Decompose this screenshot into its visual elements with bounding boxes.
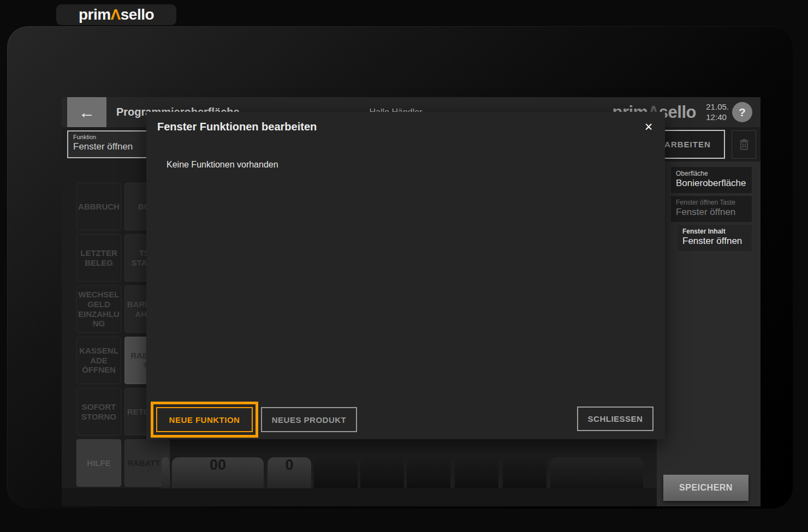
- funktion-value: Fenster öffnen: [73, 141, 144, 152]
- schliessen-button[interactable]: SCHLIESSEN: [577, 407, 653, 431]
- fenster-inhalt-item[interactable]: Fenster Inhalt Fenster öffnen: [678, 225, 752, 251]
- pos-programming-screen: primΛsello ← Programmieroberfläche Hallo…: [0, 0, 808, 532]
- empty-state-message: Keine Funktionen vorhanden: [167, 160, 278, 170]
- neue-funktion-button[interactable]: NEUE FUNKTION: [156, 407, 253, 432]
- date-text: 21.05.: [706, 102, 729, 112]
- fenster-taste-item[interactable]: Fenster öffnen Taste Fenster öffnen: [671, 196, 752, 222]
- keypad-button-wide[interactable]: [550, 457, 643, 488]
- fenster-funktionen-modal: Fenster Funktionen bearbeiten × Keine Fu…: [146, 112, 665, 439]
- fenster-taste-value: Fenster öffnen: [676, 207, 747, 218]
- help-button[interactable]: ?: [732, 102, 752, 122]
- key-kassenlade-oeffnen[interactable]: KASSENLADE ÖFFNEN: [76, 337, 121, 384]
- keypad-button[interactable]: [314, 457, 358, 488]
- datetime: 21.05. 12:40: [706, 97, 729, 127]
- logo-text: prim: [79, 6, 111, 23]
- brand-tab: primΛsello: [56, 4, 176, 25]
- keypad-button[interactable]: [162, 457, 169, 488]
- modal-close-button[interactable]: ×: [640, 118, 657, 135]
- funktion-selector[interactable]: Funktion Fenster öffnen: [67, 130, 150, 158]
- speichern-button[interactable]: SPEICHERN: [663, 475, 748, 501]
- modal-title: Fenster Funktionen bearbeiten: [157, 121, 317, 133]
- oberflaeche-label: Oberfläche: [676, 170, 747, 177]
- keypad-button[interactable]: [455, 457, 498, 488]
- oberflaeche-item[interactable]: Oberfläche Bonieroberfläche: [671, 167, 752, 193]
- keypad-button[interactable]: [360, 457, 404, 488]
- time-text: 12:40: [706, 112, 729, 123]
- key-letzter-beleg[interactable]: LETZTER BELEG: [76, 234, 121, 282]
- keypad-button[interactable]: [503, 457, 546, 488]
- close-icon: ×: [645, 119, 653, 135]
- keypad-button-0[interactable]: 0: [268, 457, 311, 488]
- key-sofort-storno[interactable]: SOFORT STORNO: [76, 388, 121, 435]
- focus-ring: NEUE FUNKTION: [151, 402, 258, 438]
- fenster-inhalt-value: Fenster öffnen: [682, 236, 747, 247]
- key-abbruch[interactable]: ABBRUCH: [76, 183, 121, 230]
- neues-produkt-button[interactable]: NEUES PRODUKT: [261, 407, 357, 432]
- back-button[interactable]: ←: [67, 97, 106, 127]
- properties-panel: Oberfläche Bonieroberfläche Fenster öffn…: [657, 162, 761, 506]
- funktion-label: Funktion: [73, 134, 144, 140]
- trash-icon: [738, 138, 750, 151]
- delete-button[interactable]: [732, 130, 756, 159]
- keypad-button-00[interactable]: 00: [172, 457, 264, 488]
- logo-lambda-icon: Λ: [111, 6, 121, 23]
- fenster-taste-label: Fenster öffnen Taste: [676, 199, 747, 206]
- keypad-button[interactable]: [407, 457, 450, 488]
- key-hilfe[interactable]: HILFE: [76, 439, 121, 487]
- key-wechselgeld-einzahlung[interactable]: WECHSELGELD EINZAHLUNG: [76, 285, 121, 333]
- logo-text: sello: [121, 6, 154, 23]
- question-mark-icon: ?: [739, 106, 746, 119]
- primasello-logo: primΛsello: [79, 7, 154, 22]
- bottom-strip: [62, 488, 761, 506]
- fenster-inhalt-label: Fenster Inhalt: [682, 228, 747, 235]
- back-arrow-icon: ←: [79, 103, 95, 122]
- oberflaeche-value: Bonieroberfläche: [676, 178, 747, 189]
